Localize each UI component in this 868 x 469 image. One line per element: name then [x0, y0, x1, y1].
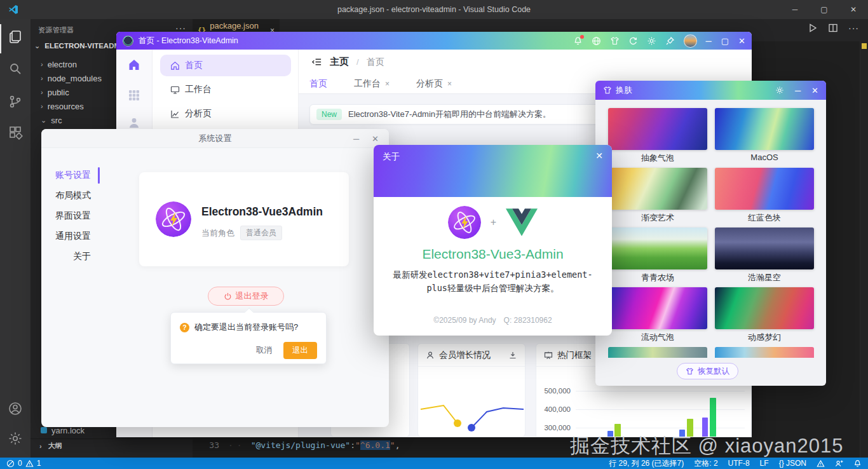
- notification-bell-icon[interactable]: [573, 36, 583, 46]
- pin-icon[interactable]: [665, 36, 675, 46]
- gridline: [576, 391, 745, 391]
- rail-user-icon[interactable]: [128, 116, 140, 129]
- theme-minimize-button[interactable]: ─: [795, 86, 801, 95]
- app-tab-analysis[interactable]: 分析页×: [416, 78, 452, 90]
- refresh-icon[interactable]: [628, 36, 638, 46]
- account-icon[interactable]: [8, 401, 23, 416]
- cancel-button[interactable]: 取消: [251, 343, 277, 358]
- settings-window-title: 系统设置: [199, 133, 232, 144]
- skin-thumbnail-partial[interactable]: [608, 347, 707, 358]
- feedback-icon[interactable]: [835, 459, 843, 468]
- manage-gear-icon[interactable]: [8, 431, 23, 446]
- rail-apps-grid-icon[interactable]: [128, 89, 140, 102]
- app-titlebar[interactable]: 首页 - Electron38-ViteAdmin ─ ▢ ✕: [116, 32, 752, 50]
- theme-close-button[interactable]: ✕: [811, 86, 818, 95]
- collapse-menu-icon[interactable]: [311, 57, 322, 67]
- minimap[interactable]: [860, 41, 868, 458]
- settings-close-button[interactable]: ✕: [372, 134, 379, 144]
- status-warning-icon[interactable]: [817, 459, 825, 468]
- app-maximize-button[interactable]: ▢: [721, 36, 729, 46]
- menu-item-analysis[interactable]: 分析页: [170, 107, 212, 120]
- settings-nav-layout[interactable]: 布局模式: [41, 190, 100, 201]
- skin-thumbnail[interactable]: [715, 168, 814, 210]
- settings-titlebar[interactable]: 系统设置: [41, 129, 389, 148]
- language-mode[interactable]: {} JSON: [779, 459, 806, 468]
- app-window-title: 首页 - Electron38-ViteAdmin: [139, 36, 238, 46]
- app-tab-home[interactable]: 首页: [309, 78, 327, 90]
- indentation[interactable]: 空格: 2: [694, 458, 717, 469]
- rail-home-icon[interactable]: [128, 58, 140, 71]
- source-control-icon[interactable]: [8, 94, 23, 109]
- skin-thumbnail[interactable]: [715, 228, 814, 269]
- skin-thumbnail[interactable]: [608, 287, 707, 329]
- settings-nav-interface[interactable]: 界面设置: [41, 210, 100, 222]
- tree-item-resources[interactable]: ›resources: [41, 99, 84, 113]
- github-globe-icon[interactable]: [592, 36, 601, 46]
- skin-label: 渐变艺术: [608, 212, 707, 224]
- app-close-button[interactable]: ✕: [738, 36, 745, 46]
- settings-minimize-button[interactable]: ─: [353, 134, 359, 144]
- tab-close-icon[interactable]: ×: [447, 79, 452, 88]
- skin-label: MacOS: [715, 153, 814, 162]
- shirt-icon: [686, 367, 694, 376]
- skin-thumbnail[interactable]: [608, 108, 707, 150]
- skin-thumbnail[interactable]: [715, 287, 814, 329]
- project-root-folder[interactable]: ⌄ELECTRON-VITEADMIN: [34, 42, 128, 50]
- confirm-logout-button[interactable]: 退出: [283, 342, 317, 359]
- vscode-maximize-button[interactable]: ▢: [810, 0, 839, 19]
- run-icon[interactable]: [808, 23, 818, 33]
- app-tab-workbench[interactable]: 工作台×: [354, 78, 390, 90]
- vscode-close-button[interactable]: ✕: [839, 0, 868, 19]
- screen: package.json - electron-viteadmin - Visu…: [0, 0, 868, 469]
- vscode-minimize-button[interactable]: ─: [780, 0, 810, 19]
- cursor-position[interactable]: 行 29, 列 26 (已选择7): [609, 458, 684, 469]
- skin-thumbnail[interactable]: [608, 168, 707, 210]
- yarn-file-icon: [41, 427, 47, 433]
- eol[interactable]: LF: [760, 459, 769, 468]
- problems-status[interactable]: 0 1: [6, 459, 41, 468]
- tree-item-src[interactable]: ⌄src: [41, 113, 62, 127]
- restore-default-button[interactable]: 恢复默认: [677, 363, 738, 379]
- extensions-icon[interactable]: [8, 125, 23, 140]
- app-minimize-button[interactable]: ─: [706, 36, 712, 46]
- growth-line-chart: [418, 367, 525, 437]
- notifications-bell-icon[interactable]: [853, 459, 862, 468]
- indent-guides: ··: [228, 440, 246, 450]
- settings-nav-account[interactable]: 账号设置: [41, 170, 100, 181]
- menu-item-home[interactable]: 首页: [160, 55, 291, 76]
- settings-gear-icon[interactable]: [647, 36, 656, 46]
- skin-thumbnail[interactable]: [608, 228, 707, 269]
- about-close-button[interactable]: ✕: [595, 151, 603, 161]
- settings-nav-general[interactable]: 通用设置: [41, 231, 100, 242]
- user-avatar[interactable]: [684, 34, 697, 48]
- about-header[interactable]: [374, 145, 612, 197]
- code-line-33[interactable]: 33 ·· "@vitejs/plugin-vue": "^6.0.1",: [193, 438, 400, 451]
- tree-item-public[interactable]: ›public: [41, 85, 69, 99]
- split-editor-icon[interactable]: [828, 23, 838, 33]
- theme-titlebar[interactable]: 换肤 ─ ✕: [595, 81, 826, 100]
- tree-item-electron[interactable]: ›electron: [41, 57, 77, 71]
- skin-label: 动感梦幻: [715, 332, 814, 343]
- more-actions-icon[interactable]: ···: [848, 23, 859, 33]
- y-axis-label: 500,000: [541, 387, 571, 395]
- theme-shirt-icon[interactable]: [610, 36, 620, 46]
- settings-nav-about[interactable]: 关于: [41, 251, 100, 262]
- tree-item-node-modules[interactable]: ›node_modules: [41, 71, 102, 85]
- tab-close-icon[interactable]: ×: [385, 79, 390, 88]
- skin-thumbnail[interactable]: [715, 108, 814, 150]
- warnings-icon: [25, 459, 34, 468]
- logout-button[interactable]: 退出登录: [208, 287, 284, 306]
- about-app-name: Electron38-Vue3-Admin: [374, 247, 612, 262]
- gridline: [576, 428, 745, 428]
- menu-item-workbench[interactable]: 工作台: [170, 83, 212, 96]
- explorer-icon[interactable]: [8, 29, 23, 44]
- outline-section[interactable]: › 大纲: [31, 438, 193, 452]
- search-icon[interactable]: [8, 61, 23, 76]
- encoding[interactable]: UTF-8: [728, 459, 750, 468]
- settings-nav-indicator: [98, 167, 100, 184]
- app-tabs: 首页 工作台× 分析页×: [309, 78, 452, 90]
- download-icon[interactable]: [508, 351, 517, 360]
- breadcrumb-root[interactable]: 主页: [330, 56, 349, 68]
- theme-gear-icon[interactable]: [775, 86, 784, 95]
- skin-thumbnail-partial[interactable]: [715, 347, 814, 358]
